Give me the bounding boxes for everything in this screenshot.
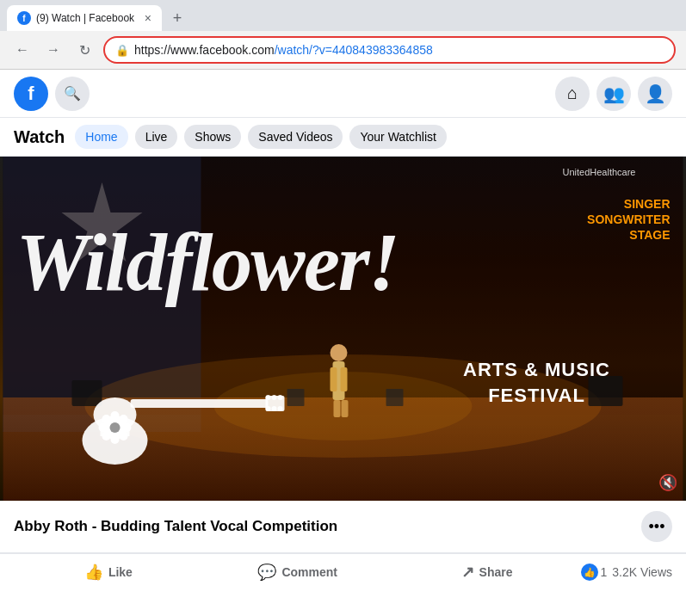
forward-button[interactable]: → (41, 38, 65, 62)
watch-title: Watch (14, 127, 65, 147)
active-tab[interactable]: f (9) Watch | Facebook × (7, 5, 162, 31)
video-player[interactable]: Wildflower! ARTS & MUSIC F (0, 157, 686, 501)
comment-label: Comment (281, 565, 337, 579)
svg-point-31 (102, 432, 111, 440)
new-tab-button[interactable]: + (165, 6, 189, 30)
svg-rect-21 (131, 399, 269, 408)
back-button[interactable]: ← (10, 38, 34, 62)
share-button[interactable]: ↗ Share (392, 557, 582, 587)
svg-rect-12 (342, 400, 349, 417)
browser-chrome: f (9) Watch | Facebook × + ← → ↻ 🔒 https… (0, 0, 686, 70)
svg-point-39 (278, 406, 283, 411)
nav-pill-shows[interactable]: Shows (184, 125, 241, 149)
nav-pill-your-watchlist[interactable]: Your Watchlist (349, 125, 446, 149)
svg-rect-15 (287, 389, 305, 406)
search-button[interactable]: 🔍 (55, 77, 90, 111)
facebook-logo[interactable]: f (14, 77, 48, 111)
svg-point-35 (272, 395, 277, 400)
svg-point-27 (99, 423, 108, 432)
home-icon-button[interactable]: ⌂ (555, 77, 590, 111)
reaction-count: 1 (600, 565, 607, 579)
comment-button[interactable]: 💬 Comment (203, 557, 392, 587)
svg-point-34 (266, 395, 271, 400)
svg-rect-14 (589, 376, 623, 406)
lock-icon: 🔒 (115, 44, 129, 57)
nav-pill-home[interactable]: Home (75, 125, 127, 149)
svg-rect-9 (331, 367, 337, 391)
svg-point-37 (266, 406, 271, 411)
video-info: Abby Roth - Budding Talent Vocal Competi… (0, 501, 686, 553)
address-bar[interactable]: 🔒 https://www.facebook.com/watch/?v=4408… (103, 36, 676, 64)
tab-close-button[interactable]: × (145, 11, 151, 25)
watch-nav: Watch Home Live Shows Saved Videos Your … (0, 118, 686, 157)
header-icons: ⌂ 👥 👤 (555, 77, 672, 111)
nav-pill-live[interactable]: Live (135, 125, 178, 149)
like-button[interactable]: 👍 Like (14, 557, 203, 587)
reaction-like-ball: 👍 (581, 564, 598, 581)
svg-point-29 (102, 415, 111, 423)
svg-text:FESTIVAL: FESTIVAL (488, 385, 585, 406)
svg-rect-13 (72, 380, 102, 406)
comment-icon: 💬 (257, 563, 276, 582)
more-options-button[interactable]: ••• (641, 511, 672, 542)
friends-icon-button[interactable]: 👥 (596, 77, 631, 111)
svg-point-25 (111, 411, 120, 420)
svg-rect-16 (386, 389, 404, 406)
svg-text:SINGER: SINGER (624, 197, 671, 211)
tab-title: (9) Watch | Facebook (36, 12, 139, 24)
svg-text:ARTS & MUSIC: ARTS & MUSIC (463, 359, 610, 380)
svg-point-7 (331, 344, 348, 361)
mute-icon[interactable]: 🔇 (658, 473, 677, 492)
video-scene-svg: Wildflower! ARTS & MUSIC F (0, 157, 686, 501)
like-label: Like (108, 565, 133, 579)
svg-point-26 (111, 435, 120, 444)
address-url: https://www.facebook.com/watch/?v=440843… (134, 43, 664, 57)
svg-point-30 (120, 415, 128, 423)
tab-favicon: f (17, 11, 31, 25)
svg-text:SONGWRITER: SONGWRITER (587, 213, 670, 226)
svg-point-32 (120, 432, 128, 440)
nav-bar: ← → ↻ 🔒 https://www.facebook.com/watch/?… (0, 31, 686, 69)
share-label: Share (479, 565, 513, 579)
views-count: 3.2K Views (612, 565, 672, 579)
views-area: 👍 1 3.2K Views (581, 564, 672, 581)
svg-text:UnitedHealthcare: UnitedHealthcare (563, 167, 636, 177)
facebook-header: f 🔍 ⌂ 👥 👤 (0, 70, 686, 118)
refresh-button[interactable]: ↻ (72, 38, 96, 62)
svg-rect-10 (341, 367, 348, 391)
svg-rect-11 (334, 400, 341, 417)
nav-pill-saved-videos[interactable]: Saved Videos (248, 125, 343, 149)
tab-bar: f (9) Watch | Facebook × + (0, 0, 686, 31)
actions-bar: 👍 Like 💬 Comment ↗ Share 👍 1 3.2K Views (0, 553, 686, 590)
svg-point-28 (123, 423, 132, 432)
svg-point-38 (272, 406, 277, 411)
svg-point-36 (278, 395, 283, 400)
svg-point-33 (110, 422, 121, 433)
profile-icon-button[interactable]: 👤 (638, 77, 672, 111)
like-icon: 👍 (84, 563, 103, 582)
video-title: Abby Roth - Budding Talent Vocal Competi… (14, 518, 337, 535)
share-icon: ↗ (461, 563, 474, 582)
svg-text:Wildflower!: Wildflower! (16, 217, 399, 308)
svg-text:STAGE: STAGE (629, 228, 670, 242)
reaction-count-area: 👍 1 (581, 564, 607, 581)
